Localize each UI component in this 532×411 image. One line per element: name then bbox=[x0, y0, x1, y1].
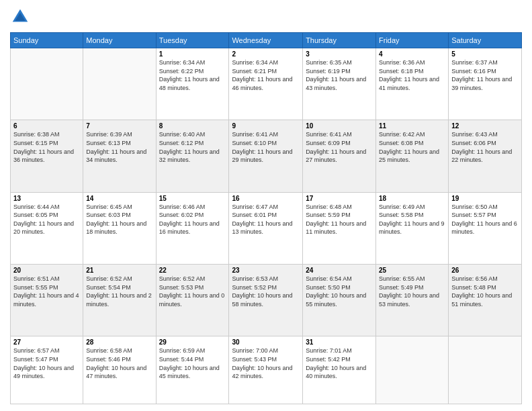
day-number: 3 bbox=[306, 50, 373, 58]
weekday-header: Saturday bbox=[449, 33, 522, 48]
calendar-cell: 19Sunrise: 6:50 AMSunset: 5:57 PMDayligh… bbox=[449, 192, 522, 264]
day-number: 26 bbox=[451, 267, 519, 274]
day-info: Sunrise: 6:45 AMSunset: 6:03 PMDaylight:… bbox=[86, 203, 152, 236]
calendar-cell: 11Sunrise: 6:42 AMSunset: 6:08 PMDayligh… bbox=[376, 120, 449, 192]
calendar-cell: 20Sunrise: 6:51 AMSunset: 5:55 PMDayligh… bbox=[11, 264, 83, 336]
day-number: 18 bbox=[379, 195, 445, 202]
day-info: Sunrise: 6:52 AMSunset: 5:54 PMDaylight:… bbox=[86, 275, 152, 308]
weekday-header: Sunday bbox=[11, 33, 83, 48]
day-info: Sunrise: 6:53 AMSunset: 5:52 PMDaylight:… bbox=[232, 275, 300, 308]
day-number: 16 bbox=[232, 195, 300, 202]
day-info: Sunrise: 7:00 AMSunset: 5:43 PMDaylight:… bbox=[232, 347, 300, 380]
day-number: 31 bbox=[306, 338, 373, 346]
day-info: Sunrise: 6:43 AMSunset: 6:06 PMDaylight:… bbox=[451, 130, 519, 164]
calendar-cell: 13Sunrise: 6:44 AMSunset: 6:05 PMDayligh… bbox=[11, 192, 83, 264]
day-info: Sunrise: 6:49 AMSunset: 5:58 PMDaylight:… bbox=[379, 203, 445, 236]
day-info: Sunrise: 6:34 AMSunset: 6:21 PMDaylight:… bbox=[232, 58, 300, 92]
calendar-cell: 26Sunrise: 6:56 AMSunset: 5:48 PMDayligh… bbox=[449, 264, 522, 336]
day-number: 24 bbox=[306, 267, 373, 274]
day-info: Sunrise: 6:42 AMSunset: 6:08 PMDaylight:… bbox=[379, 130, 445, 164]
day-number: 9 bbox=[232, 122, 300, 130]
day-number: 23 bbox=[232, 267, 300, 274]
calendar-cell bbox=[11, 48, 83, 120]
calendar-cell: 29Sunrise: 6:59 AMSunset: 5:44 PMDayligh… bbox=[156, 336, 229, 404]
calendar-cell: 25Sunrise: 6:55 AMSunset: 5:49 PMDayligh… bbox=[376, 264, 449, 336]
day-number: 20 bbox=[13, 267, 80, 274]
day-info: Sunrise: 6:57 AMSunset: 5:47 PMDaylight:… bbox=[13, 347, 80, 380]
day-number: 1 bbox=[159, 50, 226, 58]
day-info: Sunrise: 6:41 AMSunset: 6:09 PMDaylight:… bbox=[306, 130, 373, 164]
day-number: 27 bbox=[13, 338, 80, 346]
calendar-cell: 27Sunrise: 6:57 AMSunset: 5:47 PMDayligh… bbox=[11, 336, 83, 404]
calendar-week-row: 1Sunrise: 6:34 AMSunset: 6:22 PMDaylight… bbox=[11, 48, 522, 120]
calendar-cell bbox=[449, 336, 522, 404]
day-number: 21 bbox=[86, 267, 152, 274]
day-info: Sunrise: 6:47 AMSunset: 6:01 PMDaylight:… bbox=[232, 203, 300, 236]
day-number: 30 bbox=[232, 338, 300, 346]
day-info: Sunrise: 6:44 AMSunset: 6:05 PMDaylight:… bbox=[13, 203, 80, 236]
calendar-cell: 31Sunrise: 7:01 AMSunset: 5:42 PMDayligh… bbox=[303, 336, 376, 404]
calendar-week-row: 20Sunrise: 6:51 AMSunset: 5:55 PMDayligh… bbox=[11, 264, 522, 336]
calendar-cell: 23Sunrise: 6:53 AMSunset: 5:52 PMDayligh… bbox=[229, 264, 303, 336]
day-info: Sunrise: 6:54 AMSunset: 5:50 PMDaylight:… bbox=[306, 275, 373, 308]
calendar-cell: 8Sunrise: 6:40 AMSunset: 6:12 PMDaylight… bbox=[156, 120, 229, 192]
calendar-cell: 6Sunrise: 6:38 AMSunset: 6:15 PMDaylight… bbox=[11, 120, 83, 192]
day-number: 25 bbox=[379, 267, 445, 274]
calendar-cell bbox=[376, 336, 449, 404]
weekday-header-row: SundayMondayTuesdayWednesdayThursdayFrid… bbox=[11, 33, 522, 48]
calendar-table: SundayMondayTuesdayWednesdayThursdayFrid… bbox=[10, 32, 522, 404]
weekday-header: Friday bbox=[376, 33, 449, 48]
calendar-cell: 18Sunrise: 6:49 AMSunset: 5:58 PMDayligh… bbox=[376, 192, 449, 264]
header bbox=[10, 7, 522, 27]
day-info: Sunrise: 6:58 AMSunset: 5:46 PMDaylight:… bbox=[86, 347, 152, 380]
weekday-header: Wednesday bbox=[229, 33, 303, 48]
calendar-cell: 28Sunrise: 6:58 AMSunset: 5:46 PMDayligh… bbox=[83, 336, 156, 404]
day-number: 19 bbox=[451, 195, 519, 202]
day-number: 5 bbox=[451, 50, 519, 58]
day-info: Sunrise: 6:34 AMSunset: 6:22 PMDaylight:… bbox=[159, 58, 226, 92]
day-number: 7 bbox=[86, 122, 152, 130]
day-number: 14 bbox=[86, 195, 152, 202]
day-number: 12 bbox=[451, 122, 519, 130]
day-info: Sunrise: 6:37 AMSunset: 6:16 PMDaylight:… bbox=[451, 58, 519, 92]
calendar-week-row: 6Sunrise: 6:38 AMSunset: 6:15 PMDaylight… bbox=[11, 120, 522, 192]
calendar-cell: 10Sunrise: 6:41 AMSunset: 6:09 PMDayligh… bbox=[303, 120, 376, 192]
day-info: Sunrise: 6:41 AMSunset: 6:10 PMDaylight:… bbox=[232, 130, 300, 164]
calendar-cell bbox=[83, 48, 156, 120]
calendar-cell: 5Sunrise: 6:37 AMSunset: 6:16 PMDaylight… bbox=[449, 48, 522, 120]
calendar-week-row: 27Sunrise: 6:57 AMSunset: 5:47 PMDayligh… bbox=[11, 336, 522, 404]
day-info: Sunrise: 6:55 AMSunset: 5:49 PMDaylight:… bbox=[379, 275, 445, 308]
day-number: 10 bbox=[306, 122, 373, 130]
day-info: Sunrise: 6:56 AMSunset: 5:48 PMDaylight:… bbox=[451, 275, 519, 308]
calendar-cell: 1Sunrise: 6:34 AMSunset: 6:22 PMDaylight… bbox=[156, 48, 229, 120]
day-info: Sunrise: 6:36 AMSunset: 6:18 PMDaylight:… bbox=[379, 58, 445, 92]
day-info: Sunrise: 6:40 AMSunset: 6:12 PMDaylight:… bbox=[159, 130, 226, 164]
calendar-cell: 3Sunrise: 6:35 AMSunset: 6:19 PMDaylight… bbox=[303, 48, 376, 120]
calendar-cell: 12Sunrise: 6:43 AMSunset: 6:06 PMDayligh… bbox=[449, 120, 522, 192]
day-number: 22 bbox=[159, 267, 226, 274]
day-number: 17 bbox=[306, 195, 373, 202]
day-number: 2 bbox=[232, 50, 300, 58]
logo-icon bbox=[10, 7, 30, 27]
calendar-cell: 2Sunrise: 6:34 AMSunset: 6:21 PMDaylight… bbox=[229, 48, 303, 120]
calendar-cell: 21Sunrise: 6:52 AMSunset: 5:54 PMDayligh… bbox=[83, 264, 156, 336]
calendar-cell: 22Sunrise: 6:52 AMSunset: 5:53 PMDayligh… bbox=[156, 264, 229, 336]
page: SundayMondayTuesdayWednesdayThursdayFrid… bbox=[0, 0, 532, 411]
day-info: Sunrise: 6:50 AMSunset: 5:57 PMDaylight:… bbox=[451, 203, 519, 236]
weekday-header: Monday bbox=[83, 33, 156, 48]
calendar-cell: 4Sunrise: 6:36 AMSunset: 6:18 PMDaylight… bbox=[376, 48, 449, 120]
day-info: Sunrise: 6:59 AMSunset: 5:44 PMDaylight:… bbox=[159, 347, 226, 380]
day-info: Sunrise: 6:51 AMSunset: 5:55 PMDaylight:… bbox=[13, 275, 80, 308]
logo bbox=[10, 7, 33, 27]
calendar-cell: 30Sunrise: 7:00 AMSunset: 5:43 PMDayligh… bbox=[229, 336, 303, 404]
day-info: Sunrise: 6:48 AMSunset: 5:59 PMDaylight:… bbox=[306, 203, 373, 236]
day-number: 11 bbox=[379, 122, 445, 130]
calendar-cell: 24Sunrise: 6:54 AMSunset: 5:50 PMDayligh… bbox=[303, 264, 376, 336]
weekday-header: Thursday bbox=[303, 33, 376, 48]
day-number: 28 bbox=[86, 338, 152, 346]
day-info: Sunrise: 6:39 AMSunset: 6:13 PMDaylight:… bbox=[86, 130, 152, 164]
day-info: Sunrise: 6:35 AMSunset: 6:19 PMDaylight:… bbox=[306, 58, 373, 92]
calendar-cell: 15Sunrise: 6:46 AMSunset: 6:02 PMDayligh… bbox=[156, 192, 229, 264]
calendar-cell: 17Sunrise: 6:48 AMSunset: 5:59 PMDayligh… bbox=[303, 192, 376, 264]
day-number: 8 bbox=[159, 122, 226, 130]
